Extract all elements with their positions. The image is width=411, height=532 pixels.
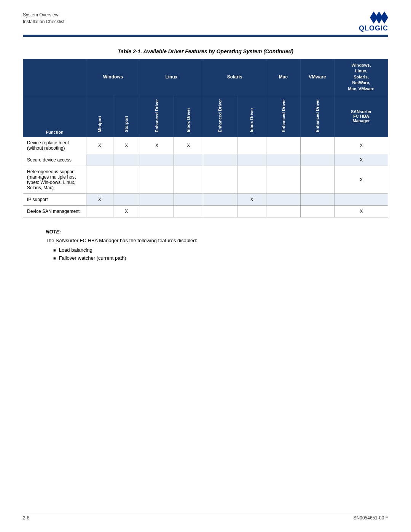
col-header-vmware-enhanced: Enhanced Driver [300, 95, 335, 137]
row2-vmware-enhanced [300, 154, 335, 166]
col-header-storport: Storport [113, 95, 140, 137]
page: System Overview Installation Checklist Q… [0, 0, 411, 532]
list-item: Load balancing [53, 247, 388, 253]
row2-solaris-enhanced [203, 154, 237, 166]
note-list: Load balancing Failover watcher (current… [46, 247, 388, 261]
row2-linux-inbox [174, 154, 203, 166]
row3-solaris-inbox [237, 166, 266, 194]
qlogic-svg-icon [370, 11, 388, 24]
row1-solaris-enhanced [203, 137, 237, 154]
row4-storport [113, 194, 140, 206]
list-item: Failover watcher (current path) [53, 255, 388, 261]
header-separator [23, 35, 388, 37]
row3-vmware-enhanced [300, 166, 335, 194]
group-header-solaris: Solaris [203, 59, 266, 95]
table-group-header-row: Windows Linux Solaris Mac VMware Windows… [23, 59, 388, 95]
row2-solaris-inbox [237, 154, 266, 166]
note-item-1: Load balancing [59, 247, 92, 253]
row4-solaris-enhanced [203, 194, 237, 206]
col-header-solaris-inbox: Inbox Driver [237, 95, 266, 137]
row4-sansurfer [335, 194, 388, 206]
page-header: System Overview Installation Checklist Q… [23, 11, 388, 32]
col-header-sansurfer: SANsurferFC HBAManager [335, 95, 388, 137]
row5-sansurfer: X [335, 206, 388, 217]
table-col-header-row: Function Miniport Storport Enhanced Driv… [23, 95, 388, 137]
row2-linux-enhanced [140, 154, 174, 166]
header-line2: Installation Checklist [23, 18, 64, 25]
row1-linux-enhanced: X [140, 137, 174, 154]
row3-mac-enhanced [266, 166, 301, 194]
row5-storport: X [113, 206, 140, 217]
row2-miniport [86, 154, 113, 166]
row3-storport [113, 166, 140, 194]
row1-miniport: X [86, 137, 113, 154]
row5-linux-inbox [174, 206, 203, 217]
row4-linux-enhanced [140, 194, 174, 206]
group-header-vmware: VMware [300, 59, 335, 95]
table-row: IP support X X [23, 194, 388, 206]
row5-mac-enhanced [266, 206, 301, 217]
row2-function: Secure device access [23, 154, 86, 166]
footer-right: SN0054651-00 F [354, 515, 388, 521]
col-header-function: Function [23, 95, 86, 137]
col-header-mac-enhanced: Enhanced Driver [266, 95, 301, 137]
footer-left: 2-8 [23, 515, 29, 521]
row4-function: IP support [23, 194, 86, 206]
col-header-miniport: Miniport [86, 95, 113, 137]
row5-function: Device SAN management [23, 206, 86, 217]
row4-miniport: X [86, 194, 113, 206]
group-header-linux: Linux [140, 59, 203, 95]
col-header-linux-inbox: Inbox Driver [174, 95, 203, 137]
group-header-windows: Windows [86, 59, 140, 95]
row1-storport: X [113, 137, 140, 154]
row3-sansurfer: X [335, 166, 388, 194]
row2-sansurfer: X [335, 154, 388, 166]
features-table: Windows Linux Solaris Mac VMware Windows… [23, 59, 388, 217]
table-row: Device replace-ment (without rebooting) … [23, 137, 388, 154]
row1-solaris-inbox [237, 137, 266, 154]
row4-vmware-enhanced [300, 194, 335, 206]
row1-vmware-enhanced [300, 137, 335, 154]
group-header-function [23, 59, 86, 95]
row4-mac-enhanced [266, 194, 301, 206]
row3-miniport [86, 166, 113, 194]
col-header-linux-enhanced: Enhanced Driver [140, 95, 174, 137]
row1-function: Device replace-ment (without rebooting) [23, 137, 86, 154]
logo-text: QLOGIC [359, 24, 388, 32]
row1-sansurfer: X [335, 137, 388, 154]
row3-linux-enhanced [140, 166, 174, 194]
note-text: The SANsurfer FC HBA Manager has the fol… [46, 238, 388, 243]
note-section: NOTE: The SANsurfer FC HBA Manager has t… [46, 229, 388, 261]
header-line1: System Overview [23, 11, 64, 18]
logo-area: QLOGIC [359, 11, 388, 32]
row3-function: Heterogeneous support (man-ages multiple… [23, 166, 86, 194]
group-header-combined: Windows,Linux,Solaris,NetWare,Mac, VMwar… [335, 59, 388, 95]
qlogic-logo-icon [370, 11, 388, 24]
row5-vmware-enhanced [300, 206, 335, 217]
row5-linux-enhanced [140, 206, 174, 217]
note-item-2: Failover watcher (current path) [59, 255, 126, 261]
col-header-solaris-enhanced: Enhanced Driver [203, 95, 237, 137]
table-body: Device replace-ment (without rebooting) … [23, 137, 388, 217]
table-row: Device SAN management X X [23, 206, 388, 217]
note-label: NOTE: [46, 229, 388, 235]
row2-storport [113, 154, 140, 166]
table-row: Heterogeneous support (man-ages multiple… [23, 166, 388, 194]
table-row: Secure device access X [23, 154, 388, 166]
page-footer: 2-8 SN0054651-00 F [23, 512, 388, 521]
row4-linux-inbox [174, 194, 203, 206]
table-title: Table 2-1. Available Driver Features by … [23, 48, 388, 54]
row1-linux-inbox: X [174, 137, 203, 154]
svg-marker-2 [381, 11, 388, 24]
row5-miniport [86, 206, 113, 217]
header-breadcrumb: System Overview Installation Checklist [23, 11, 64, 25]
row3-solaris-enhanced [203, 166, 237, 194]
row5-solaris-inbox [237, 206, 266, 217]
group-header-mac: Mac [266, 59, 301, 95]
row1-mac-enhanced [266, 137, 301, 154]
row4-solaris-inbox: X [237, 194, 266, 206]
row2-mac-enhanced [266, 154, 301, 166]
row5-solaris-enhanced [203, 206, 237, 217]
row3-linux-inbox [174, 166, 203, 194]
